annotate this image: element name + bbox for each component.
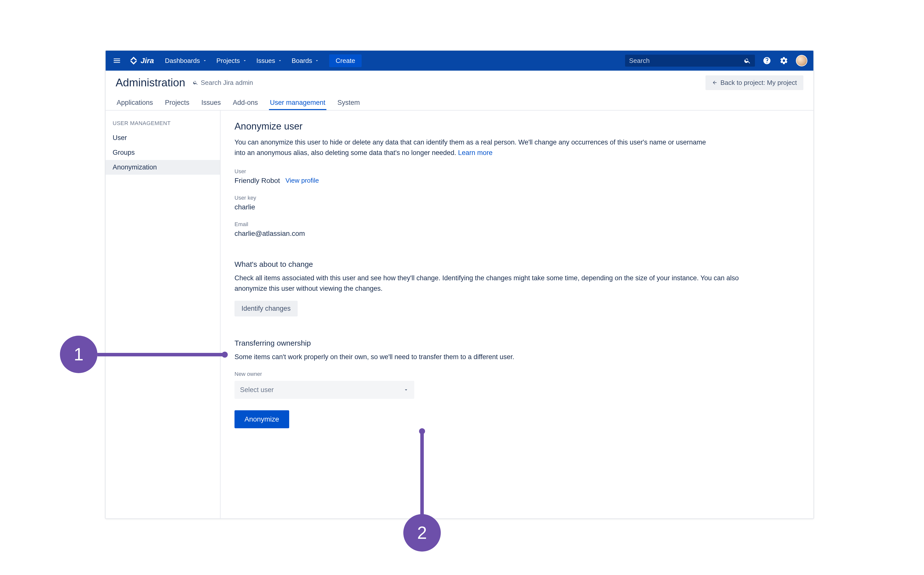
search-icon [193,80,198,85]
nav-boards[interactable]: Boards [291,56,320,66]
nav-issues[interactable]: Issues [255,56,283,66]
nav-dashboards[interactable]: Dashboards [164,56,208,66]
jira-admin-window: Jira Dashboards Projects Issues Boards [105,50,814,519]
help-button[interactable] [762,56,772,66]
create-button[interactable]: Create [329,54,362,67]
annotation-connector-1 [97,353,225,356]
nav-dashboards-label: Dashboards [165,57,200,65]
annotation-bubble-1-label: 1 [74,345,84,364]
page-title: Anonymize user [234,121,800,132]
field-user-key-value: charlie [234,203,800,211]
admin-body: USER MANAGEMENT User Groups Anonymizatio… [106,111,813,518]
tab-applications[interactable]: Applications [116,95,154,110]
field-email-value: charlie@atlassian.com [234,230,800,238]
page-description: You can anonymize this user to hide or d… [234,137,709,158]
jira-logo[interactable]: Jira [129,56,154,65]
sidebar-item-anonymization[interactable]: Anonymization [106,160,220,175]
section-changes-desc: Check all items associated with this use… [234,273,749,294]
nav-projects[interactable]: Projects [215,56,248,66]
global-search-field[interactable] [629,57,744,65]
settings-button[interactable] [779,56,789,66]
main-content: Anonymize user You can anonymize this us… [220,111,813,518]
user-management-sidebar: USER MANAGEMENT User Groups Anonymizatio… [106,111,220,518]
global-nav-items: Dashboards Projects Issues Boards Create [164,54,362,67]
annotation-connector-2 [420,431,424,516]
chevron-down-icon [202,59,207,63]
arrow-left-icon [712,80,717,85]
identify-changes-button[interactable]: Identify changes [234,301,298,316]
jira-mark-icon [129,56,138,65]
new-owner-select[interactable]: Select user [234,381,414,399]
annotation-bubble-2: 2 [403,514,441,551]
app-switcher-button[interactable] [112,56,122,66]
new-owner-label: New owner [234,371,800,377]
learn-more-link[interactable]: Learn more [458,149,492,156]
chevron-down-icon [242,59,247,63]
admin-search-placeholder: Search Jira admin [201,79,253,87]
back-to-project-button[interactable]: Back to project: My project [706,75,803,90]
admin-title: Administration [116,76,185,89]
tab-add-ons[interactable]: Add-ons [232,95,259,110]
anonymize-button[interactable]: Anonymize [234,410,289,428]
new-owner-select-placeholder: Select user [240,386,274,394]
field-email-label: Email [234,221,800,227]
profile-avatar[interactable] [796,55,808,67]
section-changes-title: What's about to change [234,260,800,268]
back-to-project-label: Back to project: My project [720,79,797,87]
tab-issues[interactable]: Issues [200,95,222,110]
search-icon [744,57,751,64]
field-user-label: User [234,168,800,175]
sidebar-heading: USER MANAGEMENT [106,118,220,130]
tab-system[interactable]: System [336,95,361,110]
field-user-key-label: User key [234,195,800,201]
sidebar-item-groups[interactable]: Groups [106,145,220,160]
view-profile-link[interactable]: View profile [285,177,319,184]
menu-icon [113,56,121,65]
jira-wordmark: Jira [140,56,154,65]
tab-projects[interactable]: Projects [164,95,191,110]
nav-projects-label: Projects [217,57,240,65]
chevron-down-icon [315,59,319,63]
gear-icon [780,56,788,65]
tab-user-management[interactable]: User management [269,95,327,110]
admin-tabs: Applications Projects Issues Add-ons Use… [106,95,813,111]
chevron-down-icon [403,387,409,392]
sidebar-item-user[interactable]: User [106,130,220,145]
chevron-down-icon [278,59,282,63]
nav-issues-label: Issues [256,57,275,65]
annotation-endpoint-2 [419,428,425,434]
admin-search[interactable]: Search Jira admin [193,79,253,87]
admin-subheader: Administration Search Jira admin Back to… [106,71,813,95]
nav-boards-label: Boards [292,57,312,65]
annotation-endpoint-1 [222,352,228,357]
global-search-input[interactable] [625,55,755,67]
help-icon [763,56,771,65]
section-transfer-desc: Some items can't work properly on their … [234,352,749,362]
annotation-bubble-2-label: 2 [417,523,427,543]
field-user-value: Friendly Robot [234,177,280,185]
annotation-bubble-1: 1 [60,336,97,373]
global-nav-bar: Jira Dashboards Projects Issues Boards [106,51,813,71]
section-transfer-title: Transferring ownership [234,339,800,348]
